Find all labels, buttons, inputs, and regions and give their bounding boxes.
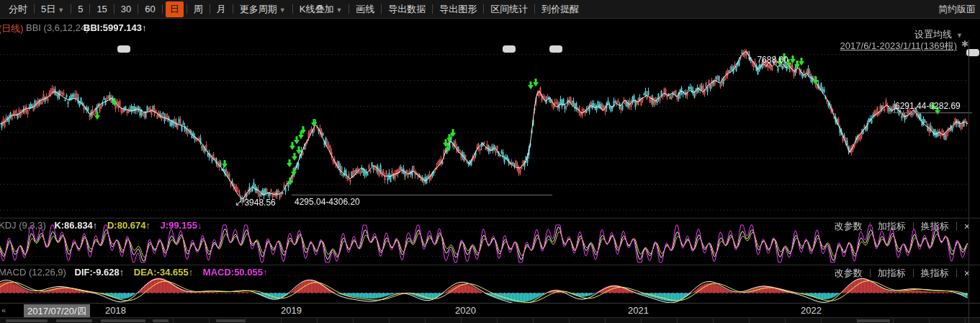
panel-button-改参数[interactable]: 改参数	[827, 220, 870, 233]
toolbar-item-区间统计[interactable]: 区间统计	[485, 1, 534, 17]
toolbar-divider	[210, 4, 210, 14]
toolbar-divider	[381, 4, 382, 14]
macd-dea-value: DEA:-34.655↑	[134, 267, 193, 278]
column-divider	[893, 318, 894, 323]
toolbar-divider	[292, 4, 293, 14]
toolbar-item-到价提醒[interactable]: 到价提醒	[536, 1, 585, 17]
toolbar-item-5日[interactable]: 5日▼	[35, 1, 70, 17]
toolbar-divider	[483, 4, 484, 14]
kdj-j-value: J:99.155↓	[161, 220, 202, 231]
column-divider	[245, 318, 246, 323]
chevron-down-icon: ▼	[279, 6, 286, 14]
toolbar-item-15[interactable]: 15	[91, 2, 112, 16]
column-divider	[533, 318, 534, 323]
toolbar-item-画线[interactable]: 画线	[350, 1, 380, 17]
macd-dif-value: DIF:-9.628↑	[75, 267, 125, 278]
bbi-value-label: BBI:5997.143↑	[84, 22, 146, 33]
simple-layout-button[interactable]: 简约版面	[938, 3, 976, 16]
column-divider	[749, 318, 750, 323]
toolbar-item-日[interactable]: 日	[166, 1, 184, 17]
toolbar-divider	[114, 4, 114, 14]
year-tick-2020: 2020	[455, 305, 476, 316]
peak-price-annotation: ↖ 7688.60	[747, 55, 788, 65]
macd-title[interactable]: MACD (12,26,9)	[0, 267, 66, 278]
column-divider	[605, 318, 606, 323]
panel-button-加指标[interactable]: 加指标	[871, 267, 913, 280]
right-range-annotation: 6291.44-6282.69	[895, 101, 961, 111]
macd-macd-value: MACD:50.055↑	[203, 267, 268, 278]
column-divider	[569, 318, 570, 323]
column-divider	[317, 318, 318, 323]
chevron-down-icon: ▼	[956, 32, 963, 39]
crosshair-date-box: 2017/07/20/四	[24, 304, 90, 319]
toolbar-divider	[138, 4, 138, 14]
year-tick-2019: 2019	[281, 305, 302, 316]
toolbar-item-分时[interactable]: 分时	[3, 1, 33, 17]
toolbar-item-月[interactable]: 月	[211, 1, 232, 17]
kdj-header: KDJ (9,3,3) K:86.834↑ D:80.674↑ J:99.155…	[0, 220, 202, 231]
candlestick-chart-canvas[interactable]	[0, 19, 980, 218]
clipped-text	[56, 319, 92, 322]
low-price-annotation: ↙ 3948.56	[235, 198, 276, 208]
column-divider	[641, 318, 642, 323]
clipped-text	[153, 319, 168, 322]
chevron-down-icon: ▼	[336, 6, 342, 14]
toolbar-item-30[interactable]: 30	[115, 2, 137, 16]
toolbar-divider	[233, 4, 233, 14]
kdj-panel-buttons: 改参数加指标换指标×	[827, 220, 973, 233]
panel-button-换指标[interactable]: 换指标	[914, 220, 956, 233]
column-divider	[209, 318, 210, 323]
toolbar-item-60[interactable]: 60	[139, 2, 161, 16]
panel-button-改参数[interactable]: 改参数	[827, 267, 870, 280]
close-icon[interactable]: ×	[957, 221, 973, 232]
clipped-text	[216, 319, 245, 322]
macd-panel-buttons: 改参数加指标换指标×	[827, 267, 973, 280]
toolbar-item-K线叠加[interactable]: K线叠加▼	[294, 1, 349, 17]
kdj-title[interactable]: KDJ (9,3,3)	[0, 220, 46, 231]
column-divider	[929, 318, 930, 323]
panel-button-加指标[interactable]: 加指标	[871, 220, 913, 233]
toolbar-divider	[162, 4, 163, 14]
kdj-d-value: D:80.674↑	[107, 220, 150, 231]
year-tick-2022: 2022	[801, 305, 822, 316]
column-divider	[497, 318, 498, 323]
chart-right-border	[968, 40, 969, 323]
year-tick-2021: 2021	[628, 305, 649, 316]
toolbar-item-5[interactable]: 5	[72, 2, 89, 16]
timeline-axis[interactable]: « 2017/07/20/四 20182019202020212022	[0, 303, 980, 318]
column-divider	[713, 318, 714, 323]
toolbar-divider	[89, 4, 90, 14]
year-tick-2018: 2018	[105, 305, 126, 316]
toolbar-item-导出图形[interactable]: 导出图形	[433, 1, 482, 17]
panel-button-换指标[interactable]: 换指标	[914, 267, 956, 280]
pin-icon[interactable]: ✱	[961, 39, 968, 49]
macd-header: MACD (12,26,9) DIF:-9.628↑ DEA:-34.655↑ …	[0, 267, 267, 278]
kdj-k-value: K:86.834↑	[54, 220, 97, 231]
chevron-down-icon: ▼	[58, 6, 64, 14]
period-tag-label: (日线)	[0, 22, 24, 35]
toolbar-divider	[534, 4, 535, 14]
toolbar-item-导出数据[interactable]: 导出数据	[382, 1, 431, 17]
close-icon[interactable]: ×	[957, 267, 973, 279]
toolbar-item-周[interactable]: 周	[188, 1, 209, 17]
gap-level-line	[292, 195, 552, 195]
toolbar-divider	[34, 4, 35, 14]
toolbar-divider	[186, 4, 187, 14]
clipped-text	[6, 319, 48, 322]
indicator-name-label[interactable]: BBI (3,6,12,24)	[26, 22, 89, 33]
gap-range-annotation: 4295.04-4306.20	[295, 197, 360, 207]
trading-app-window: 分时5日▼5153060日周月更多周期▼K线叠加▼画线导出数据导出图形区间统计到…	[0, 0, 980, 323]
main-chart-area[interactable]: (日线) BBI (3,6,12,24) BBI:5997.143↑ 设置均线▼…	[0, 19, 980, 218]
column-divider	[281, 318, 282, 323]
kdj-panel[interactable]: KDJ (9,3,3) K:86.834↑ D:80.674↑ J:99.155…	[0, 218, 980, 265]
macd-panel[interactable]: MACD (12,26,9) DIF:-9.628↑ DEA:-34.655↑ …	[0, 265, 980, 304]
right-level-line	[893, 112, 972, 113]
column-divider	[965, 318, 966, 323]
column-divider	[821, 318, 822, 323]
column-divider	[425, 318, 426, 323]
column-divider	[353, 318, 354, 323]
period-toolbar: 分时5日▼5153060日周月更多周期▼K线叠加▼画线导出数据导出图形区间统计到…	[0, 0, 980, 19]
scroll-left-icon[interactable]: «	[1, 306, 4, 314]
date-range-label[interactable]: 2017/6/1-2023/1/11(1369根)	[840, 40, 957, 53]
toolbar-item-更多周期[interactable]: 更多周期▼	[234, 1, 292, 17]
